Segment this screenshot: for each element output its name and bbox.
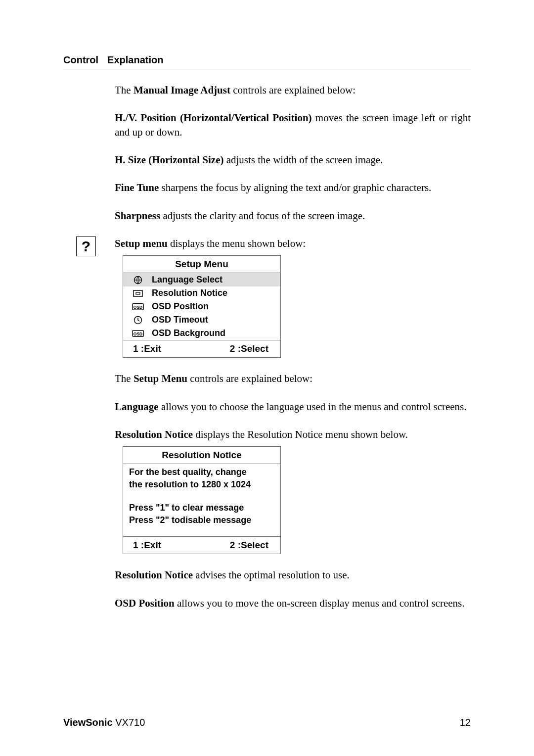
- page-footer: ViewSonic VX710 12: [63, 717, 471, 728]
- sharpness-desc: Sharpness adjusts the clarity and focus …: [115, 209, 471, 223]
- osd-icon: OSD: [131, 330, 145, 337]
- footer-brand-model: ViewSonic VX710: [63, 717, 145, 728]
- resolution-notice-footer: 1 :Exit 2 :Select: [123, 537, 280, 554]
- clock-icon: [131, 316, 145, 325]
- setup-menu-controls-intro: The Setup Menu controls are explained be…: [115, 372, 471, 385]
- footer-exit: 1 :Exit: [133, 540, 161, 551]
- header-control: Control: [63, 54, 98, 66]
- notice-line3: Press "1" to clear message: [129, 503, 274, 513]
- footer-exit: 1 :Exit: [133, 343, 161, 354]
- menu-item-resolution-notice: Resolution Notice: [123, 286, 280, 300]
- header-rule: [63, 69, 471, 69]
- svg-rect-1: [134, 290, 142, 296]
- header-explanation: Explanation: [107, 54, 163, 66]
- svg-text:OSD: OSD: [134, 331, 142, 336]
- table-header: Control Explanation: [63, 54, 471, 66]
- menu-item-label: OSD Timeout: [152, 315, 208, 325]
- resolution-notice-diagram: Resolution Notice For the best quality, …: [123, 446, 281, 554]
- screen-icon: [131, 290, 145, 297]
- svg-text:OSD: OSD: [134, 304, 142, 309]
- fine-tune-desc: Fine Tune sharpens the focus by aligning…: [115, 181, 471, 194]
- setup-menu-footer: 1 :Exit 2 :Select: [123, 340, 280, 357]
- osd-position-desc: OSD Position allows you to move the on-s…: [115, 596, 471, 610]
- osd-icon: OSD: [131, 303, 145, 310]
- language-desc: Language allows you to choose the langua…: [115, 400, 471, 414]
- setup-menu-intro: Setup menu displays the menu shown below…: [115, 236, 471, 250]
- resolution-notice-title: Resolution Notice: [123, 447, 280, 464]
- notice-line1: For the best quality, change: [129, 467, 274, 477]
- globe-icon: [131, 276, 145, 284]
- question-icon: ?: [76, 236, 96, 256]
- setup-menu-diagram: Setup Menu Language Select Resolution No…: [123, 255, 281, 358]
- menu-item-label: Resolution Notice: [152, 288, 227, 298]
- svg-rect-2: [136, 292, 140, 294]
- notice-line4: Press "2" todisable message: [129, 515, 274, 525]
- footer-select: 2 :Select: [230, 343, 268, 354]
- menu-item-label: Language Select: [152, 275, 222, 285]
- footer-select: 2 :Select: [230, 540, 268, 551]
- menu-item-osd-position: OSD OSD Position: [123, 300, 280, 313]
- menu-item-language-select: Language Select: [123, 273, 280, 286]
- manual-image-adjust-intro: The Manual Image Adjust controls are exp…: [115, 83, 471, 97]
- menu-item-label: OSD Position: [152, 301, 209, 312]
- resolution-notice-desc: Resolution Notice advises the optimal re…: [115, 568, 471, 582]
- menu-item-label: OSD Background: [152, 328, 225, 338]
- setup-menu-title: Setup Menu: [123, 256, 280, 273]
- h-size-desc: H. Size (Horizontal Size) adjusts the wi…: [115, 153, 471, 167]
- menu-item-osd-background: OSD OSD Background: [123, 327, 280, 340]
- notice-line2: the resolution to 1280 x 1024: [129, 479, 274, 490]
- resolution-notice-intro: Resolution Notice displays the Resolutio…: [115, 427, 471, 441]
- menu-item-osd-timeout: OSD Timeout: [123, 313, 280, 327]
- page-number: 12: [460, 717, 471, 728]
- hv-position-desc: H./V. Position (Horizontal/Vertical Posi…: [115, 111, 471, 139]
